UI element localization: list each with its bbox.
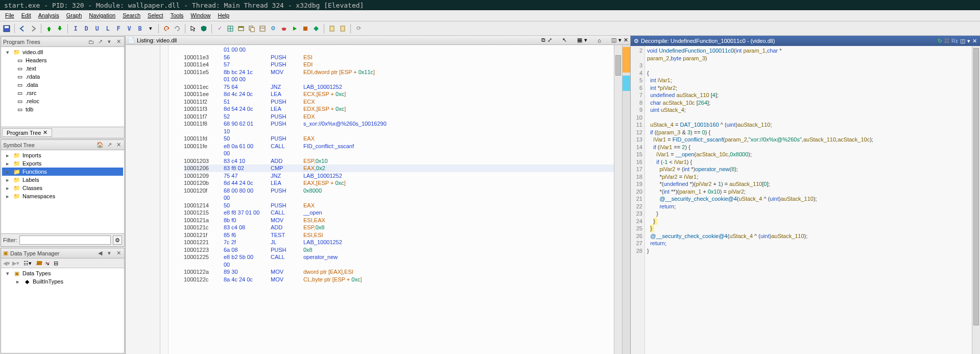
home-icon[interactable]: 🏠 [97,141,104,149]
dropdown-icon[interactable]: ▾ [106,250,113,257]
decompile-line[interactable]: *piVar2 = iVar1; [647,173,970,181]
menu-graph[interactable]: Graph [63,11,85,20]
mark-i-icon[interactable]: I [71,24,80,33]
script-icon[interactable] [327,24,337,33]
symbol-tree-item[interactable]: ▸📁Labels [2,176,123,184]
shield-icon[interactable] [199,24,208,33]
overview-strip[interactable] [622,45,630,354]
back-icon[interactable]: ◀ [97,250,104,257]
up-icon[interactable] [44,24,54,33]
menu-help[interactable]: Help [214,11,232,20]
stop-icon[interactable] [301,24,310,33]
tree-item[interactable]: ▭.data [2,81,123,89]
decompile-line[interactable]: @__security_check_cookie@4(uStack_4 ^ (u… [647,232,970,240]
close-icon[interactable]: ✕ [115,250,122,257]
tree-item[interactable]: ▭.rdata [2,73,123,81]
check-icon[interactable]: ✓ [215,24,224,33]
listing-row[interactable]: 10001215e8 f8 37 01 00CALL__open [184,209,614,217]
nav-icon[interactable]: ↗ [97,38,104,45]
listing-row[interactable]: 10001225e8 b2 5b 00CALLoperator_new [184,253,614,261]
listing-row[interactable]: 100011e58b bc 24 1cMOVEDI,dword ptr [ESP… [184,68,614,76]
listing-row[interactable]: 1000122c8a 4c 24 0cMOVCL,byte ptr [ESP +… [184,276,614,284]
decompile-line[interactable]: uint uStack_4; [647,106,970,114]
decompile-line[interactable]: void UndefinedFunction_100011c0(int para… [647,47,970,55]
dropdown-icon[interactable]: ▾ [618,37,622,43]
listing-row[interactable]: 01 00 00 [184,46,614,54]
mark-u-icon[interactable]: U [92,24,102,33]
close-icon[interactable]: ✕ [972,38,977,44]
decompile-line[interactable]: undefined auStack_110 [4]; [647,91,970,99]
listing-row[interactable]: 100011f868 90 62 01PUSHs_xor://0x%x@%260… [184,120,614,128]
tree-item[interactable]: ▭tdb [2,105,123,113]
copy-icon[interactable] [247,24,256,33]
menu-search[interactable]: Search [119,11,144,20]
menu-edit[interactable]: Edit [18,11,34,20]
decompile-line[interactable]: piVar2 = (int *)operator_new(8); [647,166,970,173]
mark-d-icon[interactable]: D [82,24,91,33]
symbol-tree-item[interactable]: ▸📁Exports [2,159,123,168]
cursor-icon[interactable]: ↖ [562,37,567,43]
dropdown-icon[interactable]: ▾ [106,38,113,45]
listing-row[interactable]: 100011fee8 0a 61 00CALLFID_conflict:_ssc… [184,143,614,150]
listing-row[interactable]: 00 [184,194,614,202]
cursor-icon[interactable] [188,24,198,33]
decompile-line[interactable]: char acStack_10c [264]; [647,99,970,107]
decompile-line[interactable]: } [647,210,970,218]
menu-navigation[interactable]: Navigation [86,11,118,20]
copy-icon[interactable]: ⧉ [541,37,545,43]
decompile-line[interactable]: } [647,247,970,255]
tab-program-tree[interactable]: Program Tree ✕ [2,128,52,137]
play-icon[interactable] [290,24,299,33]
listing-row[interactable]: 1000120975 47JNZLAB_10001252 [184,172,614,180]
listing-row[interactable]: 1000120b8d 44 24 0cLEAEAX,[ESP + 0xc] [184,179,614,187]
symbol-tree-item[interactable]: ▸📁Namespaces [2,192,123,200]
forward-icon[interactable] [29,24,38,33]
close-icon[interactable]: ✕ [115,141,122,149]
undo-icon[interactable] [162,24,171,33]
save-icon[interactable] [2,24,11,33]
back-icon[interactable]: ◀▾ [3,260,10,267]
snapshot-icon[interactable]: ◫ [960,38,965,44]
house-icon[interactable]: ⌂ [597,37,601,43]
listing-row[interactable]: 1000120f68 00 80 00PUSH0x8000 [184,187,614,195]
toggle1-icon[interactable]: ▦ [577,37,582,43]
listing-content[interactable]: 01 00 00100011e356PUSHESI100011e457PUSHE… [169,45,614,354]
scrollbar[interactable] [972,46,980,354]
tree-root[interactable]: ▾ ▣ Data Types [2,269,123,277]
decompile-line[interactable] [647,114,970,122]
listing-row[interactable]: 1000121c83 c4 08ADDESP,0x8 [184,224,614,231]
menu-tools[interactable]: Tools [168,11,187,20]
listing-row[interactable]: 100011ec75 64JNZLAB_10001252 [184,83,614,91]
decompile-line[interactable]: *(undefined *)(piVar2 + 1) = auStack_110… [647,180,970,188]
listing-row[interactable]: 100011f251PUSHECX [184,98,614,106]
table-icon[interactable] [258,24,267,33]
symbol-tree-item[interactable]: ▸📁Imports [2,151,123,159]
collapse-icon[interactable]: ⊟ [54,260,58,267]
decompile-code[interactable]: void UndefinedFunction_100011c0(int para… [645,46,972,354]
refresh-icon[interactable]: ⟳ [354,24,363,33]
toggle2-icon[interactable]: ▾ [584,37,587,43]
decompile-line[interactable]: } [647,225,970,232]
close-icon[interactable]: ✕ [624,37,628,43]
listing-row[interactable]: 1000121450PUSHEAX [184,202,614,209]
expand-icon[interactable]: ⤢ [547,37,552,43]
symbol-tree-item[interactable]: ▸📁Functions [2,168,123,176]
down-icon[interactable] [55,24,64,33]
symbol-tree-item[interactable]: ▸📁Classes [2,184,123,192]
decompile-line[interactable]: @__security_check_cookie@4(uStack_4 ^ (u… [647,195,970,203]
listing-row[interactable]: 100011e356PUSHESI [184,54,614,61]
menu-window[interactable]: Window [187,11,213,20]
listing-row[interactable]: 100012236a 08PUSH0x8 [184,246,614,254]
filter-options-icon[interactable]: ⚙ [113,235,122,245]
redo-icon[interactable] [173,24,182,33]
grid-icon[interactable] [226,24,235,33]
window-icon[interactable] [236,24,246,33]
listing-row[interactable]: 100011fd50PUSHEAX [184,135,614,143]
diamond-icon[interactable] [312,24,321,33]
no-struct-icon[interactable] [36,259,43,267]
gear-icon[interactable]: ⚙ [269,24,278,33]
tree-icon[interactable]: ☷▾ [23,260,32,267]
decompile-line[interactable]: uStack_4 = DAT_1001b160 ^ (uint)auStack_… [647,121,970,129]
listing-row[interactable]: 1000120383 c4 10ADDESP,0x10 [184,157,614,165]
decompile-line[interactable]: int *piVar2; [647,84,970,92]
